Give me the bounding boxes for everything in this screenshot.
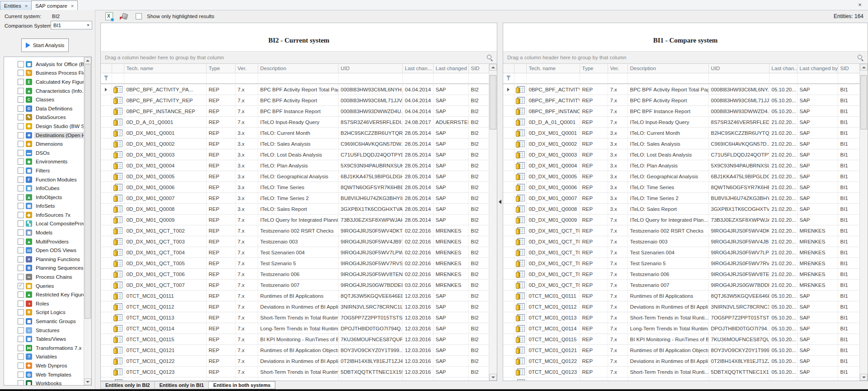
tree-scrollbar[interactable] (84, 57, 91, 385)
table-row[interactable]: 0TCT_MC01_Q0112REP7.xDeviations in Runti… (503, 301, 860, 312)
checkbox[interactable] (18, 380, 24, 385)
checkbox[interactable] (18, 114, 24, 120)
checkbox[interactable] (18, 79, 24, 85)
filter-cell[interactable] (769, 73, 797, 84)
sidebar-item-dsos[interactable]: ▬DSOs (4, 148, 84, 157)
tab-entities-only-bi1[interactable]: Entities only in BI1 (155, 381, 208, 389)
table-row[interactable]: 0D_DX_M01_Q0009REP7.xITeLO Query for Int… (503, 215, 860, 225)
table-row[interactable]: 0TCT_MC01_Q0114REP7.xLong-Term Trends in… (503, 323, 860, 334)
sidebar-item-datasources[interactable]: ✎DataSources (4, 113, 84, 122)
filter-cell[interactable] (112, 73, 124, 84)
filter-cell[interactable] (235, 73, 258, 84)
table-row[interactable]: 0BPC_BPF_INSTANCE_...REP7.xBPC BPF Insta… (503, 106, 860, 117)
column-header[interactable]: UID (708, 64, 769, 73)
filter-cell[interactable] (580, 73, 608, 84)
sidebar-item-characteristics-info[interactable]: ▲Characteristics (Info... (4, 86, 84, 95)
start-analysis-button[interactable]: Start Analysis (21, 38, 69, 52)
filter-cell[interactable] (402, 73, 433, 84)
column-header[interactable]: UID (338, 64, 402, 73)
sidebar-item-open-ods-views[interactable]: ▭Open ODS Views (4, 246, 84, 255)
table-row[interactable]: 0TCT_MC01_Q0113REP7.xShort-Term Trends i… (503, 312, 860, 323)
scrollbar-thumb[interactable] (490, 75, 496, 129)
table-row[interactable]: 0D_DX_M01_QCT_T007REP7.xTestszenario 007… (101, 280, 489, 291)
filter-cell[interactable] (433, 73, 468, 84)
filter-cell[interactable] (708, 73, 769, 84)
column-header[interactable]: Last changed by (797, 64, 838, 73)
sidebar-item-transformations-7-x[interactable]: ⋈Transformations 7.x (4, 343, 84, 353)
checkbox[interactable] (18, 185, 24, 191)
group-by-panel[interactable]: Drag a column header here to group by th… (101, 51, 497, 64)
column-header[interactable]: Description (627, 64, 708, 73)
scroll-down-icon[interactable] (84, 378, 91, 385)
table-row[interactable]: 0D_DX_M01_Q0002REP3.xITeLO: Sales Analys… (101, 138, 489, 149)
table-row[interactable]: 0D_DX_M01_Q0002REP3.xITeLO: Sales Analys… (503, 138, 860, 149)
table-row[interactable]: 0TCT_MC01_Q0113REP7.xShort-Term Trends i… (101, 312, 489, 323)
checkbox[interactable] (18, 70, 24, 76)
sidebar-item-models[interactable]: ▣Models (4, 228, 84, 237)
tab-entities-only-bi2[interactable]: Entities only in BI2 (100, 381, 155, 389)
tab-entities-in-both-systems[interactable]: Entities in both systems (209, 381, 276, 389)
checkbox[interactable] (18, 61, 24, 67)
checkbox[interactable] (18, 150, 24, 156)
filter-cell[interactable] (526, 73, 580, 84)
checkbox[interactable] (18, 291, 24, 298)
sidebar-item-design-studio-bw-s[interactable]: ✱Design Studio (BW S... (4, 122, 84, 131)
table-row[interactable]: 0D_DX_M01_Q0001REP3.xITeLO: Current Mont… (503, 128, 860, 138)
checkbox[interactable] (18, 300, 24, 307)
sidebar-item-analysis-for-office-b[interactable]: ▦Analysis for Office (B... (4, 60, 84, 69)
sidebar-item-workbooks[interactable]: ▦Workbooks (4, 379, 84, 385)
table-row[interactable]: 0BPC_BPF_INSTANCE_REPREP7.xBPC BPF Insta… (101, 106, 489, 117)
table-row[interactable]: 0TCT_MC01_Q0122REP7.xDeviations in Runti… (503, 356, 860, 367)
checkbox[interactable] (18, 238, 24, 245)
checkbox[interactable] (18, 362, 24, 369)
sidebar-item-infosets[interactable]: ▤InfoSets (4, 202, 84, 211)
table-row[interactable]: 0TCT_MC01_Q0115REP7.xBI KPI Monitoring -… (503, 334, 860, 345)
table-row[interactable]: 0D_DX_M01_QCT_T004REP7.xTest Szenarien 0… (101, 247, 489, 258)
sidebar-item-multiproviders[interactable]: ▲MultiProviders (4, 237, 84, 246)
table-row[interactable]: 0TCT_MC01_Q0114REP7.xLong-Term Trends in… (101, 323, 489, 334)
sidebar-item-infosources-7x[interactable]: ◆InfoSources 7x (4, 210, 84, 219)
sidebar-item-roles[interactable]: ◑Roles (4, 299, 84, 308)
row-expand-icon[interactable] (507, 88, 509, 91)
sidebar-item-web-dynpros[interactable]: ✚Web Dynpros (4, 361, 84, 370)
table-row[interactable]: 0D_DX_M01_Q0004REP3.xITeLO: Plan Analysi… (503, 160, 860, 171)
sidebar-item-infoobjects[interactable]: ▲InfoObjects (4, 193, 84, 202)
sidebar-item-dimensions[interactable]: ◆Dimensions (4, 139, 84, 148)
column-header[interactable]: Last changed by (433, 64, 468, 73)
table-row[interactable]: 0D_DX_M01_QCT_T005REP7.xTest Szenario 59… (503, 258, 860, 269)
table-row[interactable]: 0TCT_MC01_Q0122REP7.xDeviations in Runti… (101, 356, 489, 367)
tab-sap-compare[interactable]: SAP compare × (31, 0, 78, 10)
table-row[interactable]: 0D_DX_M01_Q0006REP3.xITeLO: Time Series8… (503, 182, 860, 193)
table-row[interactable]: 0D_DX_M01_Q0006REP3.xITeLO: Time Series8… (101, 182, 489, 193)
splitter-collapse-icon[interactable] (499, 200, 501, 204)
column-header[interactable]: Description (258, 64, 338, 73)
table-row[interactable]: 0D_DX_M01_Q0003REP3.xITeLO: Lost Deals A… (503, 149, 860, 160)
table-row[interactable]: 0D_DX_M01_QCT_T003REP7.xTestszenaio 0039… (503, 236, 860, 247)
table-row[interactable]: 0TCT_MC01_Q0115REP7.xBI KPI Monitoring -… (101, 334, 489, 345)
scroll-down-icon[interactable] (489, 374, 497, 381)
table-row[interactable]: 0TCT_MC01_Q0123REP7.xShort-Term Trends i… (503, 367, 860, 377)
filter-cell[interactable] (468, 73, 489, 84)
checkbox[interactable] (18, 105, 24, 112)
table-row[interactable]: 0D_D_A_01_Q0001REP7.xITeLO Input-Ready Q… (101, 117, 489, 128)
excel-export-icon[interactable] (105, 12, 113, 20)
table-row[interactable]: 0D_DX_M01_Q0003REP3.xITeLO: Lost Deals A… (101, 149, 489, 160)
close-icon[interactable]: × (71, 4, 74, 8)
table-row[interactable]: 0TCT_MC01_Q0112REP7.xDeviations in Runti… (101, 301, 489, 312)
table-row[interactable]: 0D_DX_M01_Q0007REP3.xITeLO: Time Series … (503, 193, 860, 204)
table-row[interactable]: 0TCT_MC01_Q0121REP7.xRuntimes of BI Appl… (503, 345, 860, 356)
table-row[interactable]: 0BPC_BPF_ACTIVITY_P...REP7.xBPC BPF Acti… (503, 84, 860, 95)
sidebar-item-destinations-open-h[interactable]: ✳Destinations (Open H... (4, 131, 84, 140)
checkbox[interactable] (18, 336, 24, 342)
column-header[interactable]: Last chan... (402, 64, 433, 73)
window-close-icon[interactable]: × (856, 1, 863, 8)
checkbox[interactable] (18, 203, 24, 209)
filter-cell[interactable] (258, 73, 338, 84)
filter-cell[interactable] (338, 73, 402, 84)
checkbox[interactable] (18, 96, 24, 103)
checkbox[interactable] (18, 212, 24, 218)
grid-scrollbar[interactable] (859, 64, 868, 381)
checkbox[interactable] (18, 88, 24, 94)
checkbox[interactable] (18, 247, 24, 253)
checkbox[interactable] (18, 327, 24, 334)
